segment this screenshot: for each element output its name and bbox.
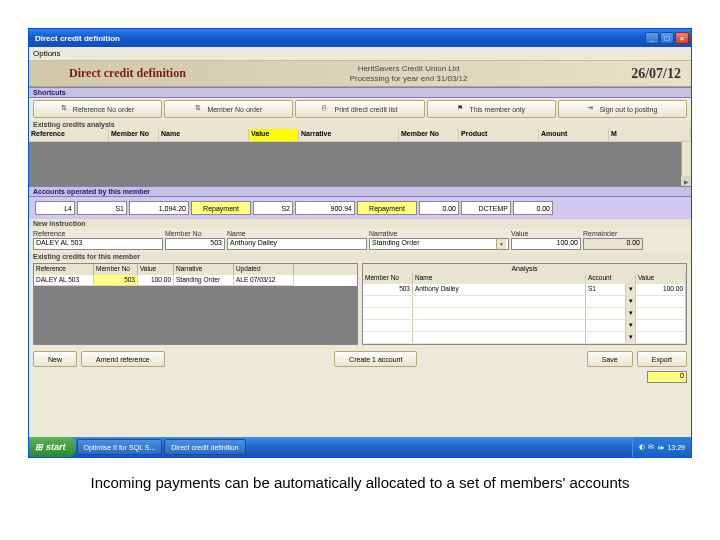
accounts-strip: L4 S1 1,094.20 Repayment S2 900.94 Repay… [29,197,691,219]
toolbar: ⇅Reference No order ⇅Member No order ⎙Pr… [29,98,691,120]
new-instruction-form: ReferenceDALEY AL 503 Member No503 NameA… [29,228,691,252]
acct-val4: 0.00 [513,201,553,215]
window-title: Direct credit definition [31,34,645,43]
task-item[interactable]: Direct credit definition [164,439,245,455]
menubar: Options [29,47,691,61]
print-icon: ⎙ [322,104,332,114]
existing-credits-list[interactable]: Reference Member No Value Narrative Upda… [33,263,358,345]
org-info: HeritSavers Credit Union Ltd Processing … [320,64,498,84]
new-button[interactable]: New [33,351,77,367]
clock: 13:29 [667,444,685,451]
narrative-input[interactable]: Standing Order▼ [369,238,509,250]
page-title: Direct credit definition [39,66,186,81]
create-button[interactable]: Create 1 account [334,351,417,367]
analysis-grid-header: Reference Member No Name Value Narrative… [29,129,691,142]
acct-s2[interactable]: S2 [253,201,293,215]
tray-icon[interactable]: 🕪 [657,444,664,451]
analysis-title: Analysis [363,264,686,273]
analysis-row[interactable]: 503 Anthony Dailey S1 ▾ 100.00 [363,284,686,296]
export-button[interactable]: Export [637,351,687,367]
save-button[interactable]: Save [587,351,633,367]
amend-button[interactable]: Amend reference [81,351,165,367]
acct-repay2[interactable]: Repayment [357,201,417,215]
memberno-input[interactable]: 503 [165,238,225,250]
minimize-button[interactable]: _ [645,32,659,44]
list-row[interactable]: DALEY AL 503 503 100.00 Standing Order A… [34,275,357,286]
section-existing-analysis: Existing credits analysis [29,120,691,129]
acct-val3: 0.00 [419,201,459,215]
close-button[interactable]: × [675,32,689,44]
lists-area: Reference Member No Value Narrative Upda… [29,261,691,347]
reference-input[interactable]: DALEY AL 503 [33,238,163,250]
header-strip: Direct credit definition HeritSavers Cre… [29,61,691,87]
section-shortcuts: Shortcuts [29,87,691,98]
btn-this-member[interactable]: ⚑This member only [427,100,556,118]
counter-display: 0 [647,371,687,383]
btn-print-list[interactable]: ⎙Print direct credit list [295,100,424,118]
acct-val1: 1,094.20 [129,201,189,215]
section-existing-member: Existing credits for this member [29,252,691,261]
org-sub: Processing for year end 31/03/12 [350,74,468,84]
name-input[interactable]: Anthony Dailey [227,238,367,250]
header-date: 26/07/12 [631,66,681,82]
btn-member-order[interactable]: ⇅Member No order [164,100,293,118]
btn-ref-order[interactable]: ⇅Reference No order [33,100,162,118]
task-item[interactable]: Optimise II for SQL S... [77,439,163,455]
tray-icon[interactable]: ✉ [648,443,654,451]
sort-icon: ⇅ [61,104,71,114]
remainder-display: 0.00 [583,238,643,250]
maximize-button[interactable]: □ [660,32,674,44]
analysis-panel: Analysis Member No Name Account Value 50… [362,263,687,345]
acct-repay1[interactable]: Repayment [191,201,251,215]
org-name: HeritSavers Credit Union Ltd [350,64,468,74]
menu-options[interactable]: Options [33,49,61,58]
titlebar: Direct credit definition _ □ × [29,29,691,47]
bottom-buttons: New Amend reference Create 1 account Sav… [29,347,691,371]
start-button[interactable]: ⊞start [29,437,76,457]
filter-icon: ⚑ [457,104,467,114]
acct-val2: 900.94 [295,201,355,215]
section-accounts: Accounts operated by this member [29,186,691,197]
tray-icon[interactable]: ◐ [639,443,645,451]
analysis-grid-body[interactable] [29,142,691,186]
scrollbar[interactable] [681,142,691,186]
section-new-instruction: New instruction [29,219,691,228]
acct-s1[interactable]: S1 [77,201,127,215]
system-tray[interactable]: ◐ ✉ 🕪 13:29 [632,437,691,457]
taskbar: ⊞start Optimise II for SQL S... Direct c… [29,437,691,457]
export-icon: ⇥ [587,104,597,114]
slide-caption: Incoming payments can be automatically a… [0,474,720,491]
acct-dctemp[interactable]: DCTEMP [461,201,511,215]
chevron-down-icon[interactable]: ▾ [626,284,636,295]
app-window: Direct credit definition _ □ × Options D… [28,28,692,458]
acct-l4[interactable]: L4 [35,201,75,215]
btn-signout-posting[interactable]: ⇥Sign out to posting [558,100,687,118]
chevron-down-icon[interactable]: ▼ [496,239,506,249]
sort-icon: ⇅ [195,104,205,114]
value-input[interactable]: 100.00 [511,238,581,250]
windows-icon: ⊞ [35,442,43,452]
